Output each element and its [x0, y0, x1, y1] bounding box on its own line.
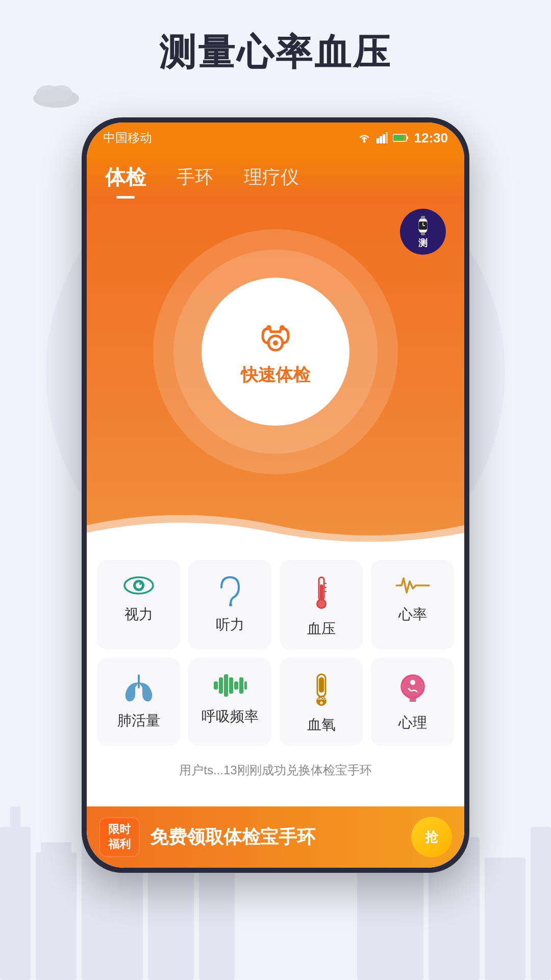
pulse-ring-mid: 快速体检 [173, 250, 378, 454]
svg-rect-2 [36, 852, 77, 980]
svg-rect-1 [10, 806, 20, 827]
heart-rate-icon [394, 574, 431, 597]
svg-rect-52 [239, 677, 243, 694]
grab-button[interactable]: 抢 [411, 817, 452, 857]
health-item-mental[interactable]: 心理 [371, 658, 454, 746]
tab-therapy[interactable]: 理疗仪 [244, 165, 299, 197]
svg-rect-22 [407, 136, 408, 139]
notification-bar: 用户ts...13刚刚成功兑换体检宝手环 [97, 754, 454, 787]
battery-icon [393, 133, 409, 142]
heart-rate-label: 心率 [398, 605, 427, 624]
signal-icon [377, 132, 388, 143]
svg-rect-49 [224, 674, 228, 697]
time-label: 12:30 [414, 130, 448, 146]
svg-rect-53 [244, 681, 247, 690]
thermometer-icon [311, 574, 332, 611]
svg-point-58 [320, 701, 323, 704]
svg-rect-19 [383, 134, 385, 143]
wristband-badge[interactable]: 测 [400, 209, 446, 255]
pulse-ring-outer: 快速体检 [153, 229, 398, 474]
svg-point-16 [363, 140, 365, 143]
lung-label: 肺活量 [117, 711, 160, 730]
phone-frame: 中国移动 [82, 117, 469, 873]
svg-point-33 [266, 325, 271, 330]
banner-main-text: 免费领取体检宝手环 [150, 825, 411, 850]
svg-point-15 [50, 85, 72, 102]
svg-point-31 [273, 340, 278, 346]
svg-rect-25 [421, 216, 425, 219]
watch-icon [412, 214, 434, 237]
main-orange-area: 测 [87, 199, 464, 546]
badge-line2: 福利 [107, 837, 132, 852]
health-grid-row1: 视力 听力 [97, 560, 454, 650]
svg-rect-18 [380, 136, 382, 143]
white-content-area: 视力 听力 [87, 546, 464, 801]
svg-point-43 [318, 600, 325, 607]
tab-exam[interactable]: 体检 [105, 163, 146, 199]
page-title: 测量心率血压 [0, 28, 551, 77]
cloud-icon [28, 79, 84, 110]
svg-point-34 [280, 325, 285, 330]
hearing-icon [216, 574, 244, 607]
health-item-breath[interactable]: 呼吸频率 [188, 658, 271, 746]
breath-label: 呼吸频率 [202, 707, 259, 726]
badge-line1: 限时 [107, 822, 132, 837]
svg-rect-50 [229, 677, 233, 694]
svg-rect-55 [319, 677, 324, 693]
carrier-label: 中国移动 [103, 130, 152, 146]
health-grid-row2: 肺活量 呼吸频率 [97, 658, 454, 746]
svg-point-39 [229, 603, 232, 606]
svg-point-61 [410, 680, 415, 685]
breath-icon [212, 672, 248, 699]
svg-rect-7 [199, 868, 235, 980]
svg-rect-0 [0, 827, 31, 980]
tab-band[interactable]: 手环 [177, 165, 213, 197]
svg-rect-3 [41, 842, 71, 852]
health-item-blood-oxygen[interactable]: SaO2 血氧 [280, 658, 363, 746]
svg-rect-41 [320, 584, 323, 601]
health-item-blood-pressure[interactable]: 血压 [280, 560, 363, 650]
hearing-label: 听力 [216, 615, 244, 634]
blood-pressure-label: 血压 [307, 619, 336, 639]
lung-icon [121, 672, 157, 703]
quick-exam-button[interactable]: 快速体检 [202, 278, 349, 426]
limited-time-badge: 限时 福利 [99, 817, 140, 856]
svg-text:SaO2: SaO2 [317, 697, 326, 700]
svg-point-38 [139, 583, 141, 585]
health-item-hearing[interactable]: 听力 [188, 560, 271, 650]
tab-bar: 体检 手环 理疗仪 [105, 163, 446, 199]
svg-rect-47 [214, 681, 218, 690]
svg-rect-11 [485, 857, 525, 980]
health-item-heart-rate[interactable]: 心率 [371, 560, 454, 650]
blood-oxygen-icon: SaO2 [308, 672, 335, 707]
blood-oxygen-label: 血氧 [307, 715, 336, 734]
vision-icon [122, 574, 155, 597]
app-header: 体检 手环 理疗仪 [87, 153, 464, 199]
mental-icon [397, 672, 428, 705]
svg-rect-26 [421, 232, 425, 235]
status-right: 12:30 [357, 130, 448, 146]
svg-rect-23 [393, 135, 404, 141]
health-item-vision[interactable]: 视力 [97, 560, 180, 650]
svg-rect-51 [234, 681, 238, 690]
notification-text: 用户ts...13刚刚成功兑换体检宝手环 [179, 763, 371, 777]
stethoscope-icon [253, 316, 298, 357]
bottom-banner[interactable]: 限时 福利 免费领取体检宝手环 抢 [87, 806, 464, 868]
mental-label: 心理 [398, 713, 427, 732]
badge-label: 测 [418, 237, 428, 249]
vision-label: 视力 [124, 605, 153, 624]
svg-rect-17 [377, 138, 379, 143]
svg-rect-12 [531, 827, 551, 980]
svg-rect-20 [386, 132, 388, 143]
status-bar: 中国移动 [87, 122, 464, 153]
svg-rect-48 [219, 677, 223, 694]
quick-exam-label: 快速体检 [241, 363, 310, 387]
wave-divider [87, 505, 464, 546]
health-item-lung[interactable]: 肺活量 [97, 658, 180, 746]
phone-screen: 中国移动 [87, 122, 464, 868]
wifi-icon [357, 132, 371, 143]
